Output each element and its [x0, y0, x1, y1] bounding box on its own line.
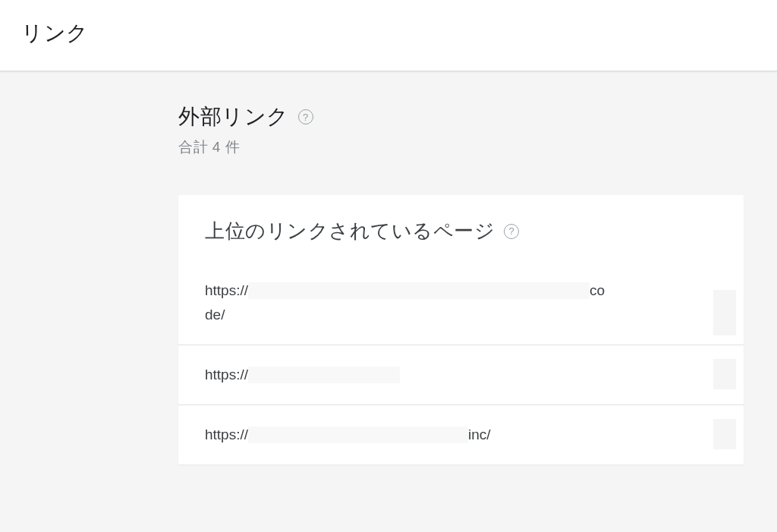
content-area: 外部リンク ? 合計 4 件 上位のリンクされているページ ? https://… — [0, 71, 777, 532]
redacted-url-part — [248, 367, 400, 383]
url-prefix: https:// — [205, 282, 248, 299]
redacted-count — [713, 419, 736, 449]
url-prefix: https:// — [205, 367, 248, 383]
top-linked-pages-card: 上位のリンクされているページ ? https:// co de/ https:/… — [178, 195, 744, 464]
card-header: 上位のリンクされているページ ? — [178, 195, 744, 275]
card-title: 上位のリンクされているページ — [205, 218, 495, 244]
help-icon[interactable]: ? — [504, 224, 519, 239]
redacted-url-part — [248, 282, 590, 299]
page-title: リンク — [21, 19, 756, 48]
list-item[interactable]: https:// — [178, 345, 744, 405]
section-subtitle: 合計 4 件 — [178, 137, 777, 157]
url-suffix-inline: co — [590, 282, 605, 299]
list-item[interactable]: https:// inc/ — [178, 405, 744, 464]
list-item[interactable]: https:// co de/ — [178, 275, 744, 345]
page-header: リンク — [0, 0, 777, 71]
help-icon[interactable]: ? — [298, 109, 313, 124]
url-prefix: https:// — [205, 427, 248, 443]
redacted-url-part — [248, 427, 468, 443]
url-suffix-wrap: de/ — [205, 307, 717, 323]
section-header: 外部リンク ? 合計 4 件 — [178, 102, 777, 157]
redacted-count — [713, 359, 736, 389]
url-suffix-inline: inc/ — [468, 427, 491, 443]
section-title: 外部リンク — [178, 102, 289, 131]
redacted-count — [713, 290, 736, 335]
section-title-row: 外部リンク ? — [178, 102, 777, 131]
